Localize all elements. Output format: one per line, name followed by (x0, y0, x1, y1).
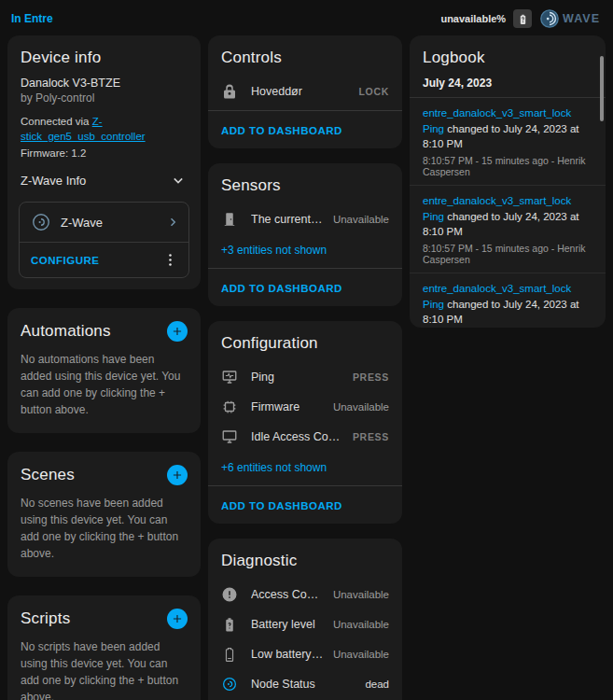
sensors-footer: ADD TO DASHBOARD (208, 268, 402, 306)
logbook-entry-desc: changed to July 24, 2023 at 8:10 PM (423, 123, 579, 150)
device-firmware: Firmware: 1.2 (21, 147, 188, 159)
add-script-button[interactable] (167, 609, 188, 629)
diagnostic-title: Diagnostic (221, 552, 389, 570)
entity-value: Unavailable (333, 589, 389, 600)
entity-value: dead (365, 679, 389, 690)
automations-title: Automations (21, 322, 167, 341)
topbar: In Entre unavailable% WAVE (0, 0, 613, 35)
controls-rows: Hoveddør LOCK (208, 75, 402, 110)
entity-row-idle-access[interactable]: Idle Access Control Lock ... PRESS (208, 422, 402, 452)
entity-row-lock[interactable]: Hoveddør LOCK (208, 77, 402, 106)
kebab-menu-icon[interactable] (158, 247, 183, 273)
chevron-down-icon (169, 171, 188, 189)
entity-row-access-control[interactable]: Access Control - Lock j... Unavailable (208, 580, 402, 609)
scripts-header: Scripts (7, 595, 201, 637)
controls-header: Controls (208, 35, 402, 75)
content-columns: Device info Danalock V3-BTZE by Poly-con… (0, 35, 613, 700)
chevron-right-icon (164, 214, 181, 231)
chip-icon (221, 399, 242, 415)
configuration-footer: ADD TO DASHBOARD (208, 485, 402, 524)
configuration-card: Configuration Ping PRESS Firmware Unavai… (208, 321, 402, 524)
add-to-dashboard-button[interactable]: ADD TO DASHBOARD (221, 500, 342, 511)
configuration-title: Configuration (221, 334, 389, 353)
logbook-header: Logbook (410, 35, 606, 75)
logbook-entry-text: entre_danalock_v3_smart_lock Ping change… (423, 193, 592, 240)
device-info-card: Device info Danalock V3-BTZE by Poly-con… (7, 35, 201, 289)
battery-status-label: unavailable% (440, 13, 506, 24)
add-to-dashboard-button[interactable]: ADD TO DASHBOARD (221, 283, 342, 294)
entity-row-low-battery[interactable]: Low battery level Unavailable (208, 639, 402, 669)
logbook-entry-meta: 8:10:57 PM - 15 minutes ago - Henrik Cas… (423, 243, 592, 265)
logbook-card: Logbook July 24, 2023 entre_danalock_v3_… (410, 35, 606, 328)
logbook-entry-text: entre_danalock_v3_smart_lock Ping change… (423, 105, 592, 152)
logbook-scrollbar[interactable] (600, 56, 604, 121)
diagnostic-card: Diagnostic Access Control - Lock j... Un… (208, 539, 402, 700)
add-scene-button[interactable] (167, 465, 188, 485)
sensors-card: Sensors The current status of th... Unav… (208, 163, 402, 306)
entity-value: Unavailable (333, 649, 389, 660)
entity-row-lock-status[interactable]: The current status of th... Unavailable (208, 204, 402, 234)
entity-row-firmware[interactable]: Firmware Unavailable (208, 392, 402, 422)
scripts-empty-text: No scripts have been added using this de… (7, 637, 201, 700)
automations-card: Automations No automations have been add… (7, 308, 201, 433)
logbook-entry-meta: 8:10:57 PM - 15 minutes ago - Henrik Cas… (423, 155, 592, 177)
zwave-integration-row[interactable]: Z-Wave (20, 203, 188, 242)
entity-row-ping[interactable]: Ping PRESS (208, 362, 402, 392)
connected-via: Connected via Z-stick_gen5_usb_controlle… (21, 114, 188, 144)
controls-footer: ADD TO DASHBOARD (208, 110, 402, 148)
logbook-date-header: July 24, 2023 (410, 75, 606, 98)
configuration-rows: Ping PRESS Firmware Unavailable Idle Acc… (208, 360, 402, 455)
automations-empty-text: No automations have been added using thi… (7, 349, 201, 433)
zwave-node-icon (221, 676, 242, 693)
logbook-entry: entre_danalock_v3_smart_lock Ping change… (410, 98, 606, 185)
left-column: Device info Danalock V3-BTZE by Poly-con… (7, 35, 201, 700)
entity-row-battery-level[interactable]: Battery level Unavailable (208, 609, 402, 639)
monitor-icon (221, 428, 242, 445)
configuration-more-link[interactable]: +6 entities not shown (208, 455, 402, 485)
diagnostic-header: Diagnostic (208, 539, 402, 578)
sensors-header: Sensors (208, 163, 402, 203)
lock-action-button[interactable]: LOCK (358, 86, 389, 97)
scenes-card: Scenes No scenes have been added using t… (7, 452, 201, 577)
device-info-title: Device info (21, 49, 188, 67)
scenes-title: Scenes (21, 466, 167, 484)
configure-button[interactable]: CONFIGURE (31, 255, 158, 266)
scripts-title: Scripts (21, 609, 167, 628)
logbook-title: Logbook (423, 49, 592, 67)
entity-name: Firmware (251, 400, 324, 413)
zwave-integration-icon (31, 212, 51, 232)
connected-via-prefix: Connected via (21, 116, 92, 127)
entity-name: Idle Access Control Lock ... (251, 430, 343, 443)
diagnostic-rows: Access Control - Lock j... Unavailable B… (208, 578, 402, 700)
alert-circle-icon (221, 586, 242, 603)
zwave-logo: WAVE (539, 8, 600, 29)
device-manufacturer: by Poly-control (21, 91, 188, 105)
lock-icon (221, 83, 242, 100)
entity-value: Unavailable (333, 401, 389, 413)
scenes-header: Scenes (7, 452, 201, 493)
press-button[interactable]: PRESS (353, 371, 389, 383)
entity-name: Battery level (251, 618, 324, 631)
entity-value: Unavailable (333, 619, 389, 630)
entity-row-node-status[interactable]: Node Status dead (208, 669, 402, 699)
logbook-entry: entre_danalock_v3_smart_lock Ping change… (410, 273, 606, 328)
scenes-empty-text: No scenes have been added using this dev… (7, 493, 201, 577)
entity-name: The current status of th... (251, 213, 324, 226)
entity-name: Node Status (251, 678, 355, 691)
integration-box: Z-Wave CONFIGURE (19, 202, 189, 278)
automations-header: Automations (7, 308, 201, 349)
battery-low-icon (221, 646, 242, 663)
battery-unknown-icon (513, 9, 532, 28)
middle-column: Controls Hoveddør LOCK ADD TO DASHBOARD … (208, 35, 402, 700)
monitor-pulse-icon (221, 369, 242, 385)
add-automation-button[interactable] (167, 321, 188, 342)
press-button[interactable]: PRESS (353, 431, 389, 442)
breadcrumb[interactable]: In Entre (11, 12, 53, 25)
device-info-body: Device info Danalock V3-BTZE by Poly-con… (7, 35, 201, 159)
configure-row: CONFIGURE (20, 243, 188, 277)
add-to-dashboard-button[interactable]: ADD TO DASHBOARD (221, 125, 342, 136)
device-model: Danalock V3-BTZE (21, 77, 188, 90)
zwave-info-expander[interactable]: Z-Wave Info (7, 159, 201, 198)
controls-card: Controls Hoveddør LOCK ADD TO DASHBOARD (208, 35, 402, 148)
sensors-more-link[interactable]: +3 entities not shown (208, 238, 402, 268)
